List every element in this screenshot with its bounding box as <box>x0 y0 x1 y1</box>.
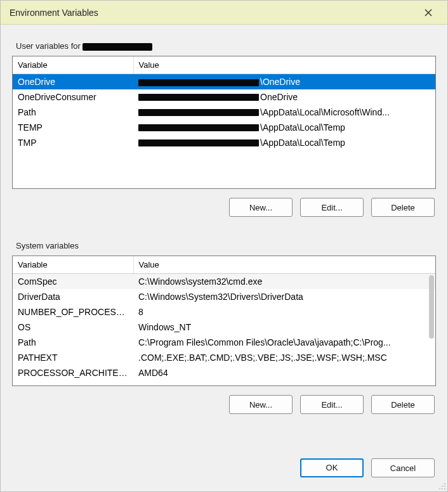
cell-value: C:\Program Files\Common Files\Oracle\Jav… <box>133 335 435 350</box>
table-row[interactable]: OneDriveConsumerOneDrive <box>13 89 435 105</box>
system-button-row: New... Edit... Delete <box>12 386 436 419</box>
cell-value: \AppData\Local\Temp <box>133 120 435 135</box>
system-variables-table[interactable]: Variable Value ComSpecC:\Windows\system3… <box>13 256 435 380</box>
svg-point-0 <box>444 483 445 484</box>
redacted-value-prefix <box>138 79 259 86</box>
system-edit-button[interactable]: Edit... <box>300 395 364 414</box>
cell-value: C:\Windows\system32\cmd.exe <box>133 274 435 289</box>
system-delete-button[interactable]: Delete <box>371 395 435 414</box>
svg-point-2 <box>444 486 445 487</box>
table-row[interactable]: ComSpecC:\Windows\system32\cmd.exe <box>13 274 435 289</box>
system-new-button[interactable]: New... <box>229 395 293 414</box>
svg-point-1 <box>442 486 443 487</box>
cell-variable: DriverData <box>13 289 133 304</box>
svg-point-5 <box>444 488 445 489</box>
svg-point-4 <box>442 488 443 489</box>
redacted-value-prefix <box>138 139 259 146</box>
user-button-row: New... Edit... Delete <box>12 189 436 222</box>
system-variables-group: System variables Variable Value ComSpecC… <box>12 230 436 419</box>
col-header-value[interactable]: Value <box>133 56 435 74</box>
redacted-username <box>82 43 152 51</box>
redacted-value-prefix <box>138 109 259 116</box>
close-icon <box>425 9 432 16</box>
value-suffix: \AppData\Local\Temp <box>260 122 345 133</box>
user-label-prefix: User variables for <box>16 41 82 51</box>
user-variables-group: User variables for Variable Value OneDri… <box>12 30 436 222</box>
cell-variable: PATHEXT <box>13 350 133 365</box>
cell-variable: Path <box>13 335 133 350</box>
value-suffix: \AppData\Local\Temp <box>260 138 345 148</box>
redacted-value-prefix <box>138 124 259 131</box>
cell-variable: OneDrive <box>13 74 133 89</box>
user-variables-label: User variables for <box>12 30 436 56</box>
cell-value: .COM;.EXE;.BAT;.CMD;.VBS;.VBE;.JS;.JSE;.… <box>133 350 435 365</box>
table-row[interactable]: NUMBER_OF_PROCESSORS8 <box>13 304 435 320</box>
env-vars-dialog: Environment Variables User variables for… <box>0 0 448 492</box>
cell-variable: ComSpec <box>13 274 133 289</box>
col-header-value[interactable]: Value <box>133 256 435 274</box>
cell-value: AMD64 <box>133 365 435 380</box>
dialog-button-row: OK Cancel <box>12 444 436 481</box>
table-row[interactable]: PATHEXT.COM;.EXE;.BAT;.CMD;.VBS;.VBE;.JS… <box>13 350 435 365</box>
user-new-button[interactable]: New... <box>229 198 293 217</box>
value-suffix: \AppData\Local\Microsoft\Wind... <box>260 107 390 117</box>
cell-variable: OS <box>13 320 133 335</box>
cell-variable: Path <box>13 105 133 120</box>
titlebar: Environment Variables <box>1 1 447 25</box>
resize-grip-icon[interactable] <box>437 481 446 490</box>
cell-variable: TEMP <box>13 120 133 135</box>
cell-value: OneDrive <box>133 89 435 105</box>
cell-value: Windows_NT <box>133 320 435 335</box>
table-row[interactable]: OneDrive\OneDrive <box>13 74 435 89</box>
cell-variable: TMP <box>13 135 133 150</box>
cell-value: \AppData\Local\Temp <box>133 135 435 150</box>
dialog-title: Environment Variables <box>10 8 416 18</box>
redacted-value-prefix <box>138 94 259 101</box>
cell-value: 8 <box>133 304 435 320</box>
cancel-button[interactable]: Cancel <box>371 458 435 477</box>
cell-value: \AppData\Local\Microsoft\Wind... <box>133 105 435 120</box>
close-button[interactable] <box>416 3 441 23</box>
system-variables-table-box: Variable Value ComSpecC:\Windows\system3… <box>12 256 436 386</box>
col-header-variable[interactable]: Variable <box>13 256 133 274</box>
user-delete-button[interactable]: Delete <box>371 198 435 217</box>
table-row[interactable]: PROCESSOR_ARCHITECTU...AMD64 <box>13 365 435 380</box>
table-row[interactable]: TMP\AppData\Local\Temp <box>13 135 435 150</box>
ok-button[interactable]: OK <box>300 458 364 477</box>
cell-value: C:\Windows\System32\Drivers\DriverData <box>133 289 435 304</box>
cell-value: \OneDrive <box>133 74 435 89</box>
dialog-content: User variables for Variable Value OneDri… <box>1 25 447 491</box>
table-row[interactable]: OSWindows_NT <box>13 320 435 335</box>
cell-variable: NUMBER_OF_PROCESSORS <box>13 304 133 320</box>
user-variables-table-box: Variable Value OneDrive\OneDriveOneDrive… <box>12 56 436 189</box>
table-row[interactable]: TEMP\AppData\Local\Temp <box>13 120 435 135</box>
table-row[interactable]: PathC:\Program Files\Common Files\Oracle… <box>13 335 435 350</box>
system-variables-label: System variables <box>12 230 436 256</box>
cell-variable: PROCESSOR_ARCHITECTU... <box>13 365 133 380</box>
system-scrollbar[interactable] <box>429 275 434 339</box>
table-row[interactable]: DriverDataC:\Windows\System32\Drivers\Dr… <box>13 289 435 304</box>
table-row[interactable]: Path\AppData\Local\Microsoft\Wind... <box>13 105 435 120</box>
cell-variable: OneDriveConsumer <box>13 89 133 105</box>
value-suffix: \OneDrive <box>260 77 300 87</box>
value-suffix: OneDrive <box>260 92 298 102</box>
user-edit-button[interactable]: Edit... <box>300 198 364 217</box>
col-header-variable[interactable]: Variable <box>13 56 133 74</box>
svg-point-3 <box>439 488 440 489</box>
user-variables-table[interactable]: Variable Value OneDrive\OneDriveOneDrive… <box>13 56 435 150</box>
